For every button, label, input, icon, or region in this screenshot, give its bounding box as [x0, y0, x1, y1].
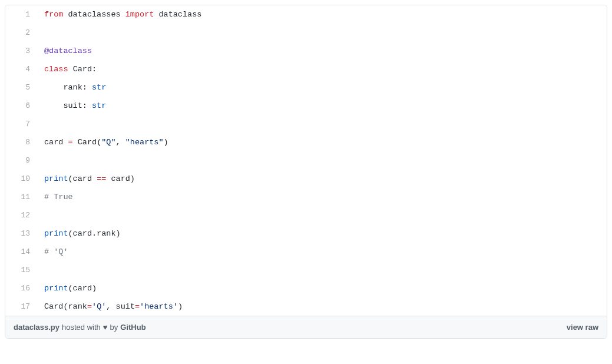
code-token — [68, 65, 73, 74]
code-token: = — [87, 302, 92, 311]
view-raw-link[interactable]: view raw — [567, 323, 598, 332]
code-line: 4class Card: — [5, 60, 607, 78]
line-content: @dataclass — [41, 42, 92, 60]
line-content: print(card.rank) — [41, 224, 121, 243]
line-number[interactable]: 14 — [5, 243, 41, 261]
code-token: , suit — [106, 302, 135, 311]
gist-filename[interactable]: dataclass.py — [14, 323, 59, 332]
code-token: (card) — [68, 284, 97, 293]
code-token: Card(rank — [44, 302, 87, 311]
line-content: suit: str — [41, 97, 106, 115]
code-token: print — [44, 174, 68, 183]
line-number[interactable]: 6 — [5, 97, 41, 115]
code-line: 6 suit: str — [5, 97, 607, 115]
code-line: 17Card(rank='Q', suit='hearts') — [5, 297, 607, 316]
code-line: 11# True — [5, 188, 607, 206]
line-number[interactable]: 7 — [5, 115, 41, 133]
line-number[interactable]: 17 — [5, 297, 41, 316]
line-content: class Card: — [41, 60, 97, 78]
code-line: 8card = Card("Q", "hearts") — [5, 133, 607, 151]
line-content: # 'Q' — [41, 243, 68, 261]
line-number[interactable]: 12 — [5, 206, 41, 224]
line-number[interactable]: 9 — [5, 151, 41, 170]
code-line: 14# 'Q' — [5, 243, 607, 261]
line-content: from dataclasses import dataclass — [41, 5, 201, 24]
line-number[interactable]: 1 — [5, 5, 41, 24]
code-token: 'hearts' — [140, 302, 178, 311]
host-name[interactable]: GitHub — [120, 323, 145, 332]
line-number[interactable]: 13 — [5, 224, 41, 243]
line-number[interactable]: 4 — [5, 60, 41, 78]
line-content: card = Card("Q", "hearts") — [41, 133, 168, 151]
code-token: = — [135, 302, 140, 311]
code-token: rank: — [44, 83, 92, 92]
code-line: 5 rank: str — [5, 78, 607, 97]
code-line: 10print(card == card) — [5, 170, 607, 188]
code-token: == — [97, 174, 106, 183]
code-token: card) — [106, 174, 135, 183]
code-token: = — [68, 138, 73, 147]
line-content: # True — [41, 188, 73, 206]
code-token: import — [125, 10, 154, 19]
code-token: class — [44, 65, 68, 74]
code-token: card — [44, 138, 68, 147]
code-token: Card( — [73, 138, 102, 147]
code-token: ) — [178, 302, 183, 311]
gist-footer: dataclass.py hosted with ♥ by GitHub vie… — [5, 316, 607, 338]
line-number[interactable]: 3 — [5, 42, 41, 60]
code-line: 2 — [5, 24, 607, 42]
code-line: 12 — [5, 206, 607, 224]
code-token: print — [44, 229, 68, 238]
code-token: dataclasses — [63, 10, 125, 19]
code-token: # True — [44, 193, 73, 201]
line-number[interactable]: 15 — [5, 261, 41, 279]
code-line: 3@dataclass — [5, 42, 607, 60]
code-token: (card — [68, 174, 97, 183]
code-token: from — [44, 10, 63, 19]
code-token: # 'Q' — [44, 247, 68, 256]
line-content: rank: str — [41, 78, 106, 97]
code-token: str — [92, 83, 106, 92]
code-token: @dataclass — [44, 47, 92, 55]
code-line: 9 — [5, 151, 607, 170]
line-number[interactable]: 8 — [5, 133, 41, 151]
by-text: by — [110, 323, 118, 332]
code-line: 15 — [5, 261, 607, 279]
code-token: (card.rank) — [68, 229, 121, 238]
line-content: print(card == card) — [41, 170, 135, 188]
code-token: 'Q' — [92, 302, 106, 311]
line-content: Card(rank='Q', suit='hearts') — [41, 297, 183, 316]
heart-icon: ♥ — [103, 323, 108, 332]
code-line: 13print(card.rank) — [5, 224, 607, 243]
code-line: 1from dataclasses import dataclass — [5, 5, 607, 24]
code-token: "hearts" — [125, 138, 164, 147]
line-number[interactable]: 11 — [5, 188, 41, 206]
code-line: 16print(card) — [5, 279, 607, 297]
code-token: suit: — [44, 101, 92, 110]
code-token: str — [92, 101, 106, 110]
code-line: 7 — [5, 115, 607, 133]
footer-left: dataclass.py hosted with ♥ by GitHub — [14, 323, 146, 332]
code-token: : — [92, 65, 97, 74]
code-token: print — [44, 284, 68, 293]
code-token: ) — [164, 138, 168, 147]
gist-container: 1from dataclasses import dataclass23@dat… — [5, 5, 607, 339]
code-token: dataclass — [154, 10, 201, 19]
line-content: print(card) — [41, 279, 97, 297]
hosted-text: hosted with — [62, 323, 101, 332]
line-number[interactable]: 2 — [5, 24, 41, 42]
line-number[interactable]: 10 — [5, 170, 41, 188]
code-token: "Q" — [101, 138, 115, 147]
line-number[interactable]: 5 — [5, 78, 41, 97]
line-number[interactable]: 16 — [5, 279, 41, 297]
code-token: , — [116, 138, 125, 147]
code-area: 1from dataclasses import dataclass23@dat… — [5, 5, 607, 316]
code-token: Card — [73, 65, 92, 74]
